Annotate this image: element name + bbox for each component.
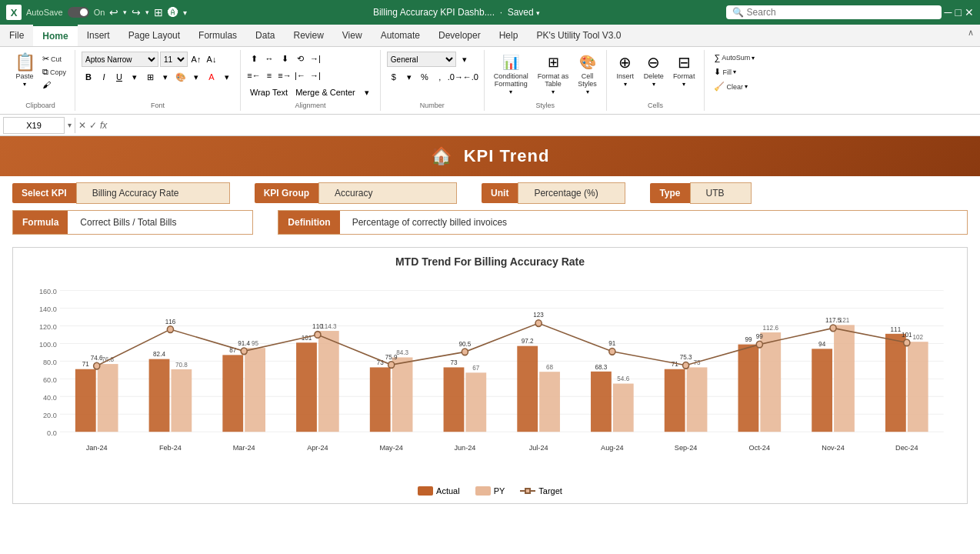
font-color-btn[interactable]: A xyxy=(205,70,218,84)
search-input[interactable] xyxy=(747,7,916,18)
currency-dropdown[interactable]: ▾ xyxy=(402,70,416,84)
copy-button[interactable]: ⧉ Copy xyxy=(40,66,68,78)
cs-dropdown[interactable]: ▾ xyxy=(586,88,589,95)
tab-pk-utility[interactable]: PK's Utility Tool V3.0 xyxy=(527,25,630,46)
decrease-font-btn[interactable]: A↓ xyxy=(205,52,218,66)
fill-btn[interactable]: ⬇ Fill ▾ xyxy=(711,65,739,78)
font-name-select[interactable]: Aptos Narrow xyxy=(82,52,158,67)
currency-btn[interactable]: $ xyxy=(387,70,401,84)
format-dropdown[interactable]: ▾ xyxy=(682,81,685,88)
align-right-btn[interactable]: ≡→ xyxy=(278,68,292,82)
paste-dropdown[interactable]: ▾ xyxy=(23,81,26,88)
indent-decrease-btn[interactable]: |← xyxy=(293,68,307,82)
styles-label: Styles xyxy=(536,102,555,109)
cell-ref-input[interactable] xyxy=(3,117,65,134)
search-bar[interactable]: 🔍 xyxy=(726,5,942,19)
format-btn[interactable]: ⊟ Format ▾ xyxy=(670,52,698,89)
underline-dropdown[interactable]: ▾ xyxy=(128,70,142,84)
tab-help[interactable]: Help xyxy=(490,25,528,46)
increase-decimal-btn[interactable]: ←.0 xyxy=(464,70,478,84)
decrease-decimal-btn[interactable]: .0→ xyxy=(448,70,462,84)
ribbon-collapse[interactable]: ∧ xyxy=(962,25,980,46)
align-top-btn[interactable]: ⬆ xyxy=(247,52,261,65)
clear-btn[interactable]: 🧹 Clear ▾ xyxy=(711,80,751,93)
merge-center-btn[interactable]: Merge & Center xyxy=(292,85,358,99)
align-middle-btn[interactable]: ↔ xyxy=(262,52,276,65)
underline-btn[interactable]: U xyxy=(112,70,126,84)
indent-increase-btn[interactable]: →| xyxy=(308,52,322,65)
tab-data[interactable]: Data xyxy=(246,25,284,46)
wrap-text-btn[interactable]: Wrap Text xyxy=(247,85,291,99)
redo-icon[interactable]: ↪ xyxy=(132,6,141,18)
formula-check-icon[interactable]: ✕ xyxy=(78,120,86,131)
insert-btn[interactable]: ⊕ Insert ▾ xyxy=(613,52,638,89)
format-painter-button[interactable]: 🖌 xyxy=(40,79,68,90)
tab-insert[interactable]: Insert xyxy=(78,25,119,46)
close-btn[interactable]: ✕ xyxy=(965,6,974,18)
conditional-formatting-btn[interactable]: 📊 ConditionalFormatting ▾ xyxy=(491,52,532,97)
fill-color-btn[interactable]: 🎨 xyxy=(174,70,188,84)
border-dropdown[interactable]: ▾ xyxy=(158,70,172,84)
svg-rect-28 xyxy=(222,355,243,432)
undo-icon[interactable]: ↩ xyxy=(109,6,118,18)
bold-btn[interactable]: B xyxy=(82,70,95,84)
kpi-group-value: Accuracy xyxy=(318,182,457,204)
indent-increase2-btn[interactable]: →| xyxy=(308,68,322,82)
autosum-dropdown[interactable]: ▾ xyxy=(752,55,755,62)
restore-btn[interactable]: □ xyxy=(955,6,962,18)
formula-input[interactable] xyxy=(110,117,977,134)
undo-dropdown[interactable]: ▾ xyxy=(123,8,127,16)
svg-text:75.9: 75.9 xyxy=(385,352,398,360)
align-left-btn[interactable]: ≡← xyxy=(247,68,261,82)
autosave-toggle[interactable] xyxy=(68,7,89,18)
cf-dropdown[interactable]: ▾ xyxy=(509,88,512,95)
tab-page-layout[interactable]: Page Layout xyxy=(119,25,189,46)
border-btn[interactable]: ⊞ xyxy=(143,70,157,84)
delete-btn[interactable]: ⊖ Delete ▾ xyxy=(641,52,667,89)
home-icon[interactable]: 🏠 xyxy=(431,146,452,166)
number-format-select[interactable]: General xyxy=(387,52,456,67)
italic-btn[interactable]: I xyxy=(97,70,111,84)
increase-font-btn[interactable]: A↑ xyxy=(189,52,203,66)
fill-dropdown[interactable]: ▾ xyxy=(733,68,736,75)
more-icon[interactable]: ▾ xyxy=(183,8,187,17)
clear-dropdown[interactable]: ▾ xyxy=(745,83,748,90)
formula-fx-icon[interactable]: fx xyxy=(100,120,107,131)
orientation-btn[interactable]: ⟲ xyxy=(293,52,307,65)
svg-text:May-24: May-24 xyxy=(379,443,402,452)
tab-formulas[interactable]: Formulas xyxy=(189,25,246,46)
tab-review[interactable]: Review xyxy=(284,25,332,46)
minimize-btn[interactable]: ─ xyxy=(945,6,952,18)
fill-dropdown[interactable]: ▾ xyxy=(189,70,203,84)
align-center-btn[interactable]: ≡ xyxy=(262,68,276,82)
number-format-dropdown[interactable]: ▾ xyxy=(458,52,472,66)
autosum-btn[interactable]: ∑ AutoSum ▾ xyxy=(711,52,758,64)
tab-developer[interactable]: Developer xyxy=(429,25,490,46)
select-kpi-value[interactable]: Billing Accuracy Rate xyxy=(76,182,230,204)
paste-button[interactable]: 📋 Paste ▾ xyxy=(12,52,37,89)
align-bottom-btn[interactable]: ⬇ xyxy=(278,52,292,65)
percent-btn[interactable]: % xyxy=(418,70,432,84)
redo-dropdown[interactable]: ▾ xyxy=(145,8,149,16)
tab-file[interactable]: File xyxy=(0,25,33,46)
font-size-select[interactable]: 11 xyxy=(160,52,188,67)
color-icon[interactable]: 🅐 xyxy=(168,6,178,18)
cell-styles-btn[interactable]: 🎨 CellStyles ▾ xyxy=(575,52,600,97)
saved-dropdown[interactable]: ▾ xyxy=(536,9,540,17)
grid-icon[interactable]: ⊞ xyxy=(154,6,163,18)
merge-dropdown[interactable]: ▾ xyxy=(360,85,374,99)
chart-legend: Actual PY Target xyxy=(21,486,959,496)
cell-expand-icon[interactable]: ▾ xyxy=(68,121,72,129)
tab-home[interactable]: Home xyxy=(33,25,77,46)
svg-text:110: 110 xyxy=(312,322,323,330)
formula-confirm-icon[interactable]: ✓ xyxy=(89,120,97,131)
tab-view[interactable]: View xyxy=(333,25,372,46)
font-color-dropdown[interactable]: ▾ xyxy=(220,70,234,84)
tab-automate[interactable]: Automate xyxy=(372,25,429,46)
cut-button[interactable]: ✂ Cut xyxy=(40,53,68,65)
format-table-btn[interactable]: ⊞ Format asTable ▾ xyxy=(535,52,572,97)
insert-dropdown[interactable]: ▾ xyxy=(624,81,627,88)
comma-btn[interactable]: , xyxy=(433,70,447,84)
delete-dropdown[interactable]: ▾ xyxy=(652,81,655,88)
ft-dropdown[interactable]: ▾ xyxy=(552,88,555,95)
